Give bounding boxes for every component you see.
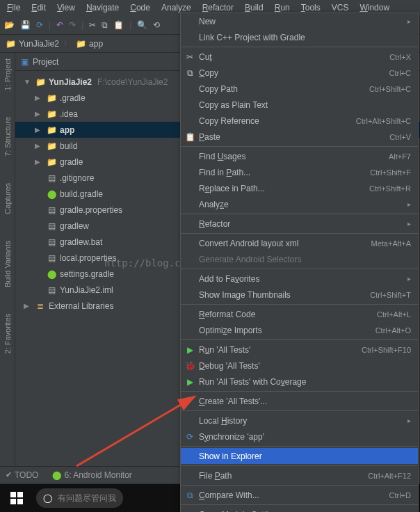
ctx-synchronize-app-[interactable]: ⟳Synchronize 'app': [181, 429, 418, 445]
ctx-replace-in-path-[interactable]: Replace in Path...Ctrl+Shift+R: [181, 180, 418, 196]
ctx-compare-with-[interactable]: ⧉Compare With...Ctrl+D: [181, 487, 418, 503]
ctx-copy-reference[interactable]: Copy ReferenceCtrl+Alt+Shift+C: [181, 113, 418, 129]
ctx-find-usages[interactable]: Find UsagesAlt+F7: [181, 148, 418, 164]
android-monitor-tab[interactable]: ⬤ 6: Android Monitor: [52, 470, 131, 480]
menu-file[interactable]: File: [3, 1, 24, 14]
menu-edit[interactable]: Edit: [27, 1, 50, 14]
copy-icon[interactable]: ⧉: [102, 20, 108, 30]
ctx-copy[interactable]: ⧉CopyCtrl+C: [181, 65, 418, 81]
ctx-run-all-tests-[interactable]: ▶Run 'All Tests'Ctrl+Shift+F10: [181, 342, 418, 358]
ctx-copy-as-plain-text[interactable]: Copy as Plain Text: [181, 97, 418, 113]
cut-icon[interactable]: ✂: [89, 20, 96, 30]
ctx-optimize-imports[interactable]: Optimize ImportsCtrl+Alt+O: [181, 322, 418, 338]
ctx-refactor[interactable]: Refactor▸: [181, 216, 418, 232]
ctx-open-module-settings[interactable]: Open Module SettingsF4: [181, 506, 418, 512]
cortana-search[interactable]: ◯ 有问题尽管问我: [36, 488, 123, 508]
gutter-favorites[interactable]: 2: Favorites: [2, 311, 13, 356]
ctx-create-all-tests-[interactable]: Create 'All Tests'...: [181, 393, 418, 409]
left-gutter: 1: Project7: StructureCapturesBuild Vari…: [0, 53, 15, 476]
paste-icon[interactable]: 📋: [113, 20, 124, 30]
ctx-analyze[interactable]: Analyze▸: [181, 196, 418, 212]
ctx-generate-android-selectors[interactable]: Generate Android Selectors: [181, 251, 418, 267]
ctx-show-image-thumbnails[interactable]: Show Image ThumbnailsCtrl+Shift+T: [181, 287, 418, 303]
todo-tab[interactable]: ✔ TODO: [6, 470, 38, 480]
breadcrumb-root[interactable]: 📁 YunJiaJie2: [6, 39, 59, 49]
ctx-link-c-project-with-gradle[interactable]: Link C++ Project with Gradle: [181, 29, 418, 45]
context-menu: New▸Link C++ Project with Gradle✂CutCtrl…: [180, 13, 419, 512]
save-icon[interactable]: 💾: [20, 20, 31, 30]
ctx-debug-all-tests-[interactable]: 🐞Debug 'All Tests': [181, 358, 418, 374]
svg-rect-1: [10, 492, 16, 497]
open-icon[interactable]: 📂: [4, 20, 15, 30]
ctx-find-in-path-[interactable]: Find in Path...Ctrl+Shift+F: [181, 164, 418, 180]
ctx-paste[interactable]: 📋PasteCtrl+V: [181, 129, 418, 145]
ctx-run-all-tests-with-coverage[interactable]: ▶Run 'All Tests' with Coverage: [181, 374, 418, 390]
svg-rect-3: [10, 499, 16, 504]
sync-icon[interactable]: ⟳: [36, 20, 43, 30]
ctx-convert-android-layout-xml[interactable]: Convert Android layout xmlMeta+Alt+A: [181, 235, 418, 251]
ctx-add-to-favorites[interactable]: Add to Favorites▸: [181, 271, 418, 287]
menu-code[interactable]: Code: [126, 1, 154, 14]
ctx-reformat-code[interactable]: Reformat CodeCtrl+Alt+L: [181, 306, 418, 322]
ctx-copy-path[interactable]: Copy PathCtrl+Shift+C: [181, 81, 418, 97]
breadcrumb-app[interactable]: 📁 app: [76, 39, 103, 49]
windows-start[interactable]: [3, 484, 31, 512]
gutter-project[interactable]: 1: Project: [2, 56, 13, 93]
redo-icon[interactable]: ↷: [69, 20, 76, 30]
menu-view[interactable]: View: [53, 1, 79, 14]
menu-navigate[interactable]: Navigate: [82, 1, 123, 14]
search-icon[interactable]: 🔍: [137, 20, 147, 30]
svg-rect-2: [17, 492, 23, 497]
undo-icon[interactable]: ↶: [56, 20, 63, 30]
svg-rect-4: [17, 499, 23, 504]
gutter-structure[interactable]: 7: Structure: [2, 114, 13, 159]
ctx-cut[interactable]: ✂CutCtrl+X: [181, 49, 418, 65]
replace-icon[interactable]: ⟲: [153, 20, 160, 30]
ctx-file-path[interactable]: File PathCtrl+Alt+F12: [181, 467, 418, 483]
gutter-buildvariants[interactable]: Build Variants: [2, 238, 13, 290]
ctx-new[interactable]: New▸: [181, 13, 418, 29]
ctx-show-in-explorer[interactable]: Show in Explorer: [181, 448, 418, 464]
ctx-local-history[interactable]: Local History▸: [181, 413, 418, 429]
gutter-captures[interactable]: Captures: [2, 180, 13, 217]
cortana-icon: ◯: [43, 493, 52, 503]
project-icon: ▣: [21, 57, 29, 67]
